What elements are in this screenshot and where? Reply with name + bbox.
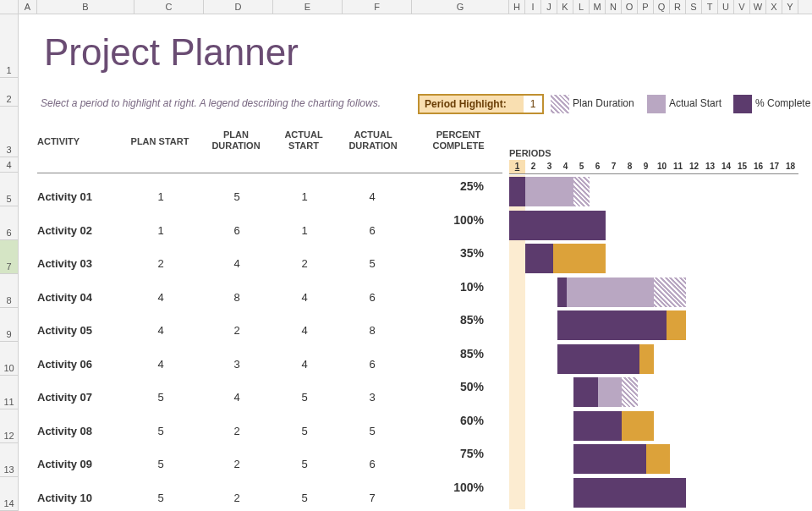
plan-start-value[interactable]: 4 (144, 291, 178, 304)
row-number[interactable]: 4 (0, 157, 18, 173)
actual-start-value[interactable]: 5 (288, 391, 321, 404)
table-row[interactable]: Activity 05424885% (19, 309, 812, 343)
percent-complete-value[interactable]: 100% (433, 481, 484, 494)
actual-duration-value[interactable]: 6 (355, 224, 389, 237)
column-letter[interactable]: C (134, 0, 204, 14)
plan-start-value[interactable]: 4 (144, 324, 178, 337)
row-number[interactable]: 7 (0, 240, 18, 274)
column-letter[interactable]: H (509, 0, 525, 14)
actual-duration-value[interactable]: 6 (355, 458, 389, 470)
column-letter[interactable]: J (541, 0, 557, 14)
row-number[interactable]: 6 (0, 206, 18, 240)
percent-complete-value[interactable]: 35% (433, 246, 484, 260)
plan-start-value[interactable]: 5 (144, 492, 178, 504)
period-number[interactable]: 9 (638, 160, 654, 173)
table-row[interactable]: Activity 09525675% (19, 442, 812, 476)
actual-duration-value[interactable]: 5 (355, 425, 389, 437)
table-row[interactable]: Activity 07545350% (19, 376, 812, 409)
row-number[interactable]: 12 (0, 409, 18, 443)
plan-start-value[interactable]: 4 (144, 358, 178, 371)
period-number[interactable]: 14 (718, 160, 734, 173)
percent-complete-value[interactable]: 75% (433, 447, 484, 460)
actual-start-value[interactable]: 5 (288, 458, 321, 470)
column-letter[interactable]: M (590, 0, 606, 14)
period-number[interactable]: 7 (606, 160, 622, 173)
plan-duration-value[interactable]: 8 (220, 291, 254, 304)
table-row[interactable]: Activity 01151425% (19, 175, 812, 209)
column-letter[interactable] (0, 0, 19, 14)
period-number[interactable]: 6 (590, 160, 606, 173)
table-row[interactable]: Activity 03242535% (19, 242, 812, 276)
row-number[interactable]: 14 (0, 477, 18, 511)
worksheet-area[interactable]: Project Planner Select a period to highl… (19, 14, 812, 511)
plan-duration-value[interactable]: 3 (220, 358, 254, 371)
column-letter[interactable]: E (273, 0, 343, 14)
actual-duration-value[interactable]: 3 (355, 391, 389, 404)
column-letter[interactable]: K (557, 0, 573, 14)
period-number[interactable]: 2 (525, 160, 541, 173)
column-letter[interactable]: N (606, 0, 622, 14)
period-number[interactable]: 4 (557, 160, 573, 173)
actual-start-value[interactable]: 5 (288, 425, 321, 437)
percent-complete-value[interactable]: 85% (433, 347, 484, 360)
actual-start-value[interactable]: 4 (288, 324, 321, 337)
table-row[interactable]: Activity 06434685% (19, 343, 812, 376)
column-letter[interactable]: P (638, 0, 654, 14)
plan-duration-value[interactable]: 4 (220, 391, 254, 404)
actual-start-value[interactable]: 1 (288, 224, 321, 237)
plan-duration-value[interactable]: 5 (220, 190, 254, 203)
plan-start-value[interactable]: 5 (144, 458, 178, 470)
plan-start-value[interactable]: 1 (144, 190, 178, 203)
table-row[interactable]: Activity 04484610% (19, 276, 812, 310)
actual-duration-value[interactable]: 4 (355, 190, 389, 203)
plan-start-value[interactable]: 1 (144, 224, 178, 237)
percent-complete-value[interactable]: 85% (433, 313, 484, 327)
actual-duration-value[interactable]: 7 (355, 492, 389, 504)
column-letter[interactable]: S (686, 0, 702, 14)
period-number[interactable]: 5 (573, 160, 590, 173)
period-number[interactable]: 18 (782, 160, 798, 173)
percent-complete-value[interactable]: 60% (433, 414, 484, 427)
column-letter[interactable]: Q (654, 0, 670, 14)
column-letter[interactable]: A (19, 0, 37, 14)
period-number[interactable]: 3 (541, 160, 557, 173)
row-number[interactable]: 1 (0, 14, 18, 78)
plan-duration-value[interactable]: 2 (220, 425, 254, 437)
row-number[interactable]: 5 (0, 173, 18, 206)
column-letter[interactable]: I (525, 0, 541, 14)
row-number[interactable]: 10 (0, 342, 18, 376)
period-number[interactable]: 1 (509, 160, 525, 173)
plan-start-value[interactable]: 2 (144, 257, 178, 270)
actual-duration-value[interactable]: 5 (355, 257, 389, 270)
percent-complete-value[interactable]: 50% (433, 380, 484, 393)
row-number[interactable]: 9 (0, 308, 18, 342)
percent-complete-value[interactable]: 25% (433, 179, 484, 193)
row-number[interactable]: 13 (0, 443, 18, 477)
column-letter[interactable]: O (622, 0, 638, 14)
period-number[interactable]: 10 (654, 160, 670, 173)
actual-start-value[interactable]: 5 (288, 492, 321, 504)
actual-duration-value[interactable]: 6 (355, 358, 389, 371)
actual-start-value[interactable]: 4 (288, 291, 321, 304)
table-row[interactable]: Activity 08525560% (19, 409, 812, 443)
actual-duration-value[interactable]: 8 (355, 324, 389, 337)
actual-duration-value[interactable]: 6 (355, 291, 389, 304)
row-number[interactable]: 11 (0, 376, 18, 409)
row-number[interactable]: 2 (0, 78, 18, 107)
table-row[interactable]: Activity 105257100% (19, 476, 812, 510)
period-number[interactable]: 13 (702, 160, 718, 173)
period-number[interactable]: 16 (750, 160, 766, 173)
period-number[interactable]: 8 (622, 160, 638, 173)
column-letter[interactable]: V (734, 0, 750, 14)
row-number[interactable]: 8 (0, 274, 18, 308)
plan-duration-value[interactable]: 2 (220, 324, 254, 337)
column-letter[interactable]: D (204, 0, 273, 14)
period-highlight-value[interactable]: 1 (524, 94, 544, 114)
plan-duration-value[interactable]: 4 (220, 257, 254, 270)
column-letter[interactable]: W (750, 0, 766, 14)
column-letter[interactable]: L (573, 0, 590, 14)
row-number[interactable]: 3 (0, 107, 18, 157)
plan-duration-value[interactable]: 2 (220, 492, 254, 504)
plan-start-value[interactable]: 5 (144, 391, 178, 404)
period-number[interactable]: 17 (766, 160, 782, 173)
